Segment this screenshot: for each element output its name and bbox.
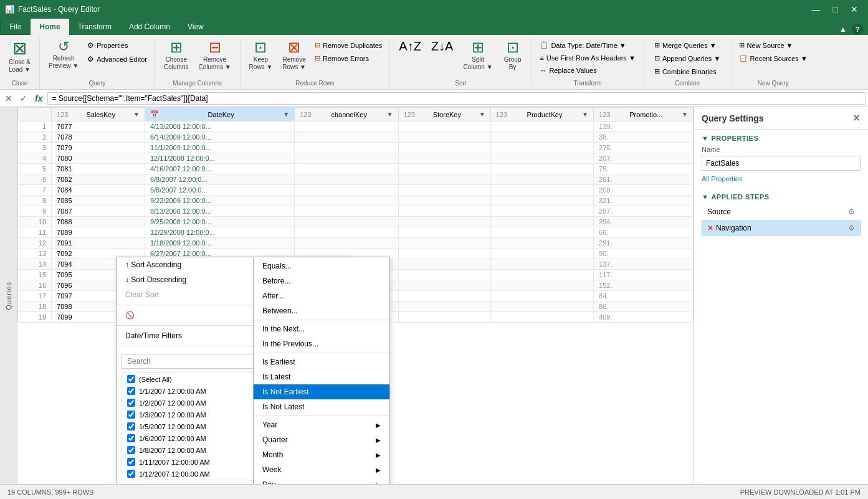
ctx-is-latest[interactable]: Is Latest bbox=[254, 369, 389, 384]
sort-group-label: Sort bbox=[455, 80, 466, 89]
qs-properties-arrow[interactable]: ▼ bbox=[702, 135, 708, 142]
cell-right-partial: 38. bbox=[594, 132, 694, 143]
row-number: 8 bbox=[18, 196, 52, 206]
qs-all-properties-link[interactable]: All Properties bbox=[702, 175, 742, 183]
cell-datekey: 1/18/2009 12:00:0... bbox=[145, 238, 294, 249]
ctx-day[interactable]: Day▶ bbox=[254, 477, 389, 484]
filter-checkbox-2[interactable] bbox=[127, 399, 135, 407]
col-header-productkey[interactable]: 123 ProductKey ▼ bbox=[490, 108, 593, 121]
col-header-saleskey[interactable]: 123 SalesKey ▼ bbox=[52, 108, 145, 121]
ribbon-expand-icon[interactable]: ▲ bbox=[839, 25, 847, 34]
cell-right-partial: 137. bbox=[594, 259, 694, 270]
col-filter-productkey[interactable]: ▼ bbox=[582, 111, 588, 118]
group-by-button[interactable]: ⊡ GroupBy bbox=[499, 37, 527, 74]
split-column-button[interactable]: ⊞ SplitColumn ▼ bbox=[459, 37, 496, 74]
choose-columns-button[interactable]: ⊞ ChooseColumns bbox=[160, 37, 192, 74]
tab-transform[interactable]: Transform bbox=[69, 19, 120, 35]
ctx-between[interactable]: Between... bbox=[254, 303, 389, 318]
ctx-before[interactable]: Before... bbox=[254, 273, 389, 288]
remove-columns-button[interactable]: ⊟ RemoveColumns ▼ bbox=[194, 37, 234, 74]
close-load-button[interactable]: ⊠ Close &Load ▼ bbox=[5, 37, 34, 76]
queries-sidebar[interactable]: Queries bbox=[0, 107, 17, 484]
qs-applied-steps-arrow[interactable]: ▼ bbox=[702, 193, 708, 201]
cell-col-4 bbox=[398, 164, 490, 174]
new-source-button[interactable]: ⊞ New Source ▼ bbox=[737, 40, 810, 50]
col-filter-storekey[interactable]: ▼ bbox=[479, 111, 485, 118]
ctx-in-next[interactable]: In the Next... bbox=[254, 321, 389, 336]
qs-step-navigation-x[interactable]: ✕ bbox=[707, 224, 713, 232]
col-header-promotio[interactable]: 123 Promotio... ▼ bbox=[594, 108, 694, 121]
merge-queries-button[interactable]: ⊞ Merge Queries ▼ bbox=[652, 40, 723, 50]
ctx-in-prev[interactable]: In the Previous... bbox=[254, 336, 389, 351]
sort-asc-label: ↑ Sort Ascending bbox=[125, 260, 181, 269]
col-header-datekey[interactable]: 📅 DateKey ▼ bbox=[145, 108, 294, 121]
properties-button[interactable]: ⚙ Properties bbox=[85, 40, 150, 51]
combine-binaries-button[interactable]: ⊞ Combine Binaries bbox=[652, 66, 723, 77]
filter-checkbox-3[interactable] bbox=[127, 411, 135, 419]
filter-checkbox-4[interactable] bbox=[127, 422, 135, 430]
qs-close-btn[interactable]: ✕ bbox=[852, 112, 861, 124]
remove-errors-button[interactable]: ⊟ Remove Errors bbox=[312, 53, 384, 64]
tab-view[interactable]: View bbox=[179, 19, 212, 35]
filter-checkbox-8[interactable] bbox=[127, 470, 135, 478]
formula-apply-btn[interactable]: ✓ bbox=[17, 92, 30, 105]
data-type-button[interactable]: 📋 Data Type: Date/Time ▼ bbox=[537, 40, 637, 50]
data-grid-container[interactable]: 123 SalesKey ▼ 📅 DateKey ▼ bbox=[17, 107, 694, 484]
ctx-is-not-earliest[interactable]: Is Not Earliest bbox=[254, 384, 389, 399]
row-number: 14 bbox=[18, 259, 52, 270]
formula-cancel-btn[interactable]: ✕ bbox=[2, 92, 15, 105]
ctx-year[interactable]: Year▶ bbox=[254, 417, 389, 432]
minimize-btn[interactable]: — bbox=[807, 3, 826, 16]
table-row: 170774/13/2008 12:00:0...139. bbox=[18, 121, 694, 132]
cell-right-partial: 409. bbox=[594, 312, 694, 323]
first-row-headers-button[interactable]: ≡ Use First Row As Headers ▼ bbox=[537, 53, 637, 63]
app-title: FactSales - Query Editor bbox=[18, 5, 100, 14]
qs-step-navigation-gear[interactable]: ⚙ bbox=[848, 224, 855, 232]
cell-col-4 bbox=[398, 132, 490, 143]
col-header-channelkey[interactable]: 123 channelKey ▼ bbox=[295, 108, 398, 121]
close-btn[interactable]: ✕ bbox=[846, 3, 863, 16]
cell-col-3 bbox=[295, 132, 398, 143]
filter-checkbox-1[interactable] bbox=[127, 387, 135, 395]
qs-step-source-gear[interactable]: ⚙ bbox=[848, 207, 855, 216]
ctx-after[interactable]: After... bbox=[254, 288, 389, 303]
help-icon[interactable]: ? bbox=[852, 24, 863, 35]
filter-checkbox-7[interactable] bbox=[127, 458, 135, 466]
refresh-preview-button[interactable]: ↺ RefreshPreview ▼ bbox=[45, 37, 82, 72]
replace-values-button[interactable]: ↔ Replace Values bbox=[537, 65, 637, 75]
remove-rows-button[interactable]: ⊠ RemoveRows ▼ bbox=[279, 37, 310, 74]
ctx-month[interactable]: Month▶ bbox=[254, 447, 389, 462]
qs-step-source[interactable]: Source ⚙ bbox=[702, 204, 861, 219]
tab-home[interactable]: Home bbox=[31, 19, 69, 35]
col-header-storekey[interactable]: 123 StoreKey ▼ bbox=[398, 108, 490, 121]
ctx-quarter[interactable]: Quarter▶ bbox=[254, 432, 389, 447]
tab-file[interactable]: File bbox=[0, 19, 31, 35]
recent-sources-button[interactable]: 📋 Recent Sources ▼ bbox=[737, 53, 810, 64]
select-all-checkbox[interactable] bbox=[127, 375, 135, 383]
table-row: 570814/16/2007 12:00:0...75. bbox=[18, 164, 694, 174]
ctx-before-label: Before... bbox=[262, 277, 290, 285]
ctx-equals[interactable]: Equals... bbox=[254, 259, 389, 273]
col-filter-datekey[interactable]: ▼ bbox=[283, 111, 289, 118]
sort-desc-button[interactable]: Z↓A bbox=[427, 37, 457, 56]
append-queries-button[interactable]: ⊡ Append Queries ▼ bbox=[652, 53, 723, 64]
keep-rows-button[interactable]: ⊡ KeepRows ▼ bbox=[246, 37, 277, 74]
filter-checkbox-5[interactable] bbox=[127, 434, 135, 442]
cell-col-3 bbox=[295, 153, 398, 164]
maximize-btn[interactable]: □ bbox=[828, 3, 843, 16]
ctx-week[interactable]: Week▶ bbox=[254, 462, 389, 477]
qs-step-navigation[interactable]: ✕ Navigation ⚙ bbox=[702, 221, 861, 235]
ctx-is-not-latest[interactable]: Is Not Latest bbox=[254, 399, 389, 414]
qs-name-input[interactable] bbox=[702, 156, 861, 171]
col-filter-promotio[interactable]: ▼ bbox=[682, 111, 688, 118]
advanced-editor-button[interactable]: ⚙ Advanced Editor bbox=[85, 54, 150, 65]
ctx-is-not-earliest-label: Is Not Earliest bbox=[262, 387, 309, 396]
ctx-is-earliest[interactable]: Is Earliest bbox=[254, 354, 389, 369]
formula-input[interactable] bbox=[47, 92, 866, 105]
remove-duplicates-button[interactable]: ⊟ Remove Duplicates bbox=[312, 40, 384, 50]
tab-add-column[interactable]: Add Column bbox=[120, 19, 179, 35]
col-filter-channelkey[interactable]: ▼ bbox=[387, 111, 393, 118]
filter-checkbox-6[interactable] bbox=[127, 446, 135, 454]
col-filter-saleskey[interactable]: ▼ bbox=[133, 111, 140, 118]
sort-asc-button[interactable]: A↑Z bbox=[395, 37, 425, 56]
